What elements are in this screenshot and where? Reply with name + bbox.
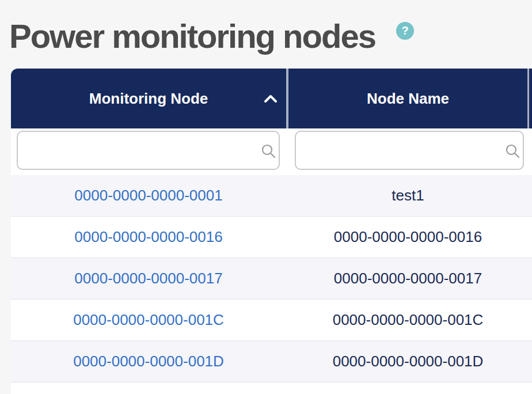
table-header-row: Monitoring Node Node Name (11, 69, 532, 128)
monitoring-node-link[interactable]: 0000-0000-0000-001D (73, 353, 224, 370)
monitoring-node-link[interactable]: 0000-0000-0000-0016 (74, 228, 222, 246)
monitoring-node-cell: 0000-0000-0000-0017 (11, 258, 286, 299)
table-filter-row (11, 128, 532, 175)
table-row: 0000-0000-0000-0001test1 (11, 175, 532, 217)
chevron-up-icon (263, 94, 278, 103)
question-mark-glyph: ? (401, 24, 408, 37)
monitoring-node-cell: 0000-0000-0000-0001 (11, 175, 286, 216)
node-name-filter-input[interactable] (295, 131, 524, 170)
column-header-monitoring-node[interactable]: Monitoring Node (11, 69, 286, 128)
column-header-next-stub (529, 69, 532, 128)
partial-next-row (11, 382, 532, 394)
node-name-cell: 0000-0000-0000-001C (288, 300, 527, 340)
help-icon[interactable]: ? (396, 22, 414, 40)
page-title: Power monitoring nodes (9, 17, 375, 56)
node-name-cell: 0000-0000-0000-0017 (288, 258, 527, 299)
node-name-cell: test1 (288, 175, 527, 216)
table-row: 0000-0000-0000-00170000-0000-0000-0017 (11, 258, 532, 300)
column-header-node-name[interactable]: Node Name (288, 69, 527, 128)
monitoring-node-cell: 0000-0000-0000-001C (11, 300, 286, 340)
power-monitoring-nodes-table: Monitoring Node Node Name 0000-0000-0000… (11, 69, 532, 394)
table-body: 0000-0000-0000-0001test10000-0000-0000-0… (11, 175, 532, 382)
node-name-cell: 0000-0000-0000-0016 (288, 217, 527, 257)
monitoring-node-cell: 0000-0000-0000-0016 (11, 217, 286, 257)
monitoring-node-cell: 0000-0000-0000-001D (11, 341, 286, 382)
monitoring-node-link[interactable]: 0000-0000-0000-001C (73, 311, 224, 329)
table-row: 0000-0000-0000-001C0000-0000-0000-001C (11, 300, 532, 341)
node-name-cell: 0000-0000-0000-001D (288, 341, 527, 382)
monitoring-node-link[interactable]: 0000-0000-0000-0017 (74, 270, 222, 287)
column-header-label: Node Name (367, 90, 449, 108)
monitoring-node-filter-input[interactable] (17, 131, 280, 170)
column-header-label: Monitoring Node (89, 90, 208, 108)
table-row: 0000-0000-0000-001D0000-0000-0000-001D (11, 341, 532, 382)
table-row: 0000-0000-0000-00160000-0000-0000-0016 (11, 217, 532, 258)
monitoring-node-link[interactable]: 0000-0000-0000-0001 (74, 187, 222, 204)
